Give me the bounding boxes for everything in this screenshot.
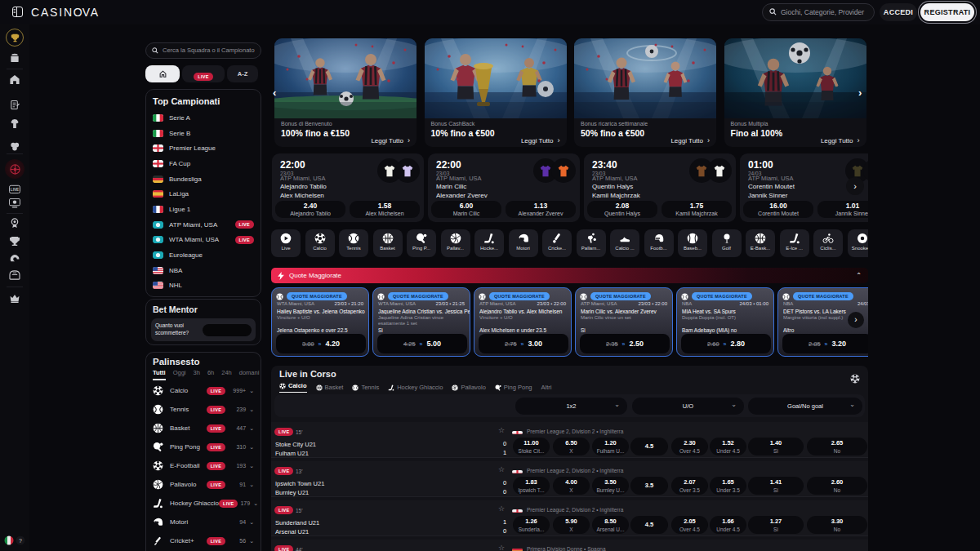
- svg-text:LIVE: LIVE: [11, 188, 19, 192]
